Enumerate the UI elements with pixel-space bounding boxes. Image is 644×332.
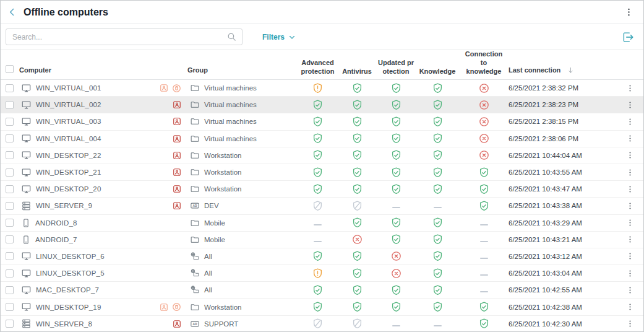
row-kebab-menu-button[interactable]	[625, 100, 635, 110]
row-kebab-menu-button[interactable]	[625, 234, 635, 245]
shield-ok-icon	[478, 167, 490, 178]
table-row[interactable]: LINUX_DESKTOP_6All6/25/2021 10:43:12 AM	[1, 248, 643, 265]
row-actions-cell	[598, 150, 643, 160]
computer-name[interactable]: WIN_VIRTUAL_001	[36, 84, 101, 92]
computer-name[interactable]: WIN_SERVER_8	[36, 320, 92, 328]
table-row[interactable]: WIN_VIRTUAL_003Virtual machines6/25/2021…	[1, 113, 643, 130]
computer-name[interactable]: WIN_VIRTUAL_004	[36, 135, 101, 142]
table-row[interactable]: WIN_SERVER_8ADSUPPORT6/25/2021 10:42:30 …	[1, 316, 643, 332]
desktop-computer-icon	[21, 116, 32, 127]
status-cell	[416, 301, 459, 313]
status-cell	[338, 116, 376, 128]
row-checkbox[interactable]	[6, 286, 14, 294]
table-row[interactable]: WIN_DESKTOP_21Workstation6/25/2021 10:43…	[1, 164, 643, 181]
row-checkbox[interactable]	[6, 303, 14, 311]
row-checkbox[interactable]	[6, 118, 14, 126]
row-checkbox[interactable]	[6, 185, 14, 193]
row-checkbox[interactable]	[6, 235, 14, 243]
column-header-connection_to_knowledge[interactable]: Connection to knowledge	[459, 50, 509, 80]
sort-descending-icon[interactable]	[567, 66, 575, 74]
computer-name[interactable]: WIN_DESKTOP_20	[36, 185, 101, 193]
row-kebab-menu-button[interactable]	[625, 116, 635, 127]
row-checkbox[interactable]	[6, 320, 14, 328]
table-row[interactable]: WIN_DESKTOP_22Workstation6/25/2021 10:44…	[1, 147, 643, 164]
table-row[interactable]: ANDROID_7Mobile6/25/2021 10:43:21 AM	[1, 232, 643, 248]
computer-name[interactable]: LINUX_DESKTOP_6	[36, 253, 105, 260]
row-kebab-menu-button[interactable]	[625, 201, 635, 211]
table-row[interactable]: LINUX_DESKTOP_5All6/25/2021 10:43:04 AM	[1, 265, 643, 282]
row-checkbox[interactable]	[6, 84, 14, 92]
row-checkbox[interactable]	[6, 134, 14, 142]
row-actions-cell	[598, 285, 643, 295]
row-kebab-menu-button[interactable]	[625, 167, 635, 178]
row-kebab-menu-button[interactable]	[625, 83, 635, 94]
search-box[interactable]	[6, 28, 243, 45]
computer-name[interactable]: LINUX_DESKTOP_5	[36, 269, 105, 277]
row-actions-cell	[598, 234, 643, 245]
column-header-last-connection[interactable]: Last connection	[509, 66, 598, 81]
row-kebab-menu-button[interactable]	[625, 318, 635, 329]
user-status-alert-icon	[173, 117, 181, 126]
row-checkbox[interactable]	[6, 101, 14, 109]
row-checkbox[interactable]	[6, 168, 14, 177]
select-all-checkbox[interactable]	[6, 65, 14, 73]
row-kebab-menu-button[interactable]	[625, 133, 635, 144]
folder-icon	[190, 151, 200, 160]
search-input[interactable]	[11, 32, 226, 42]
row-kebab-menu-button[interactable]	[625, 184, 635, 194]
row-checkbox[interactable]	[6, 252, 14, 260]
shield-ok-icon	[432, 284, 444, 296]
computer-name[interactable]: WIN_VIRTUAL_002	[36, 101, 101, 108]
computer-name[interactable]: WIN_DESKTOP_19	[36, 304, 101, 311]
column-header-updated_protection[interactable]: Updated protection	[376, 59, 416, 81]
table-row[interactable]: WIN_VIRTUAL_001Virtual machines6/25/2021…	[1, 80, 643, 97]
status-cell	[376, 167, 416, 178]
column-header-knowledge[interactable]: Knowledge	[416, 68, 459, 81]
computer-name[interactable]: ANDROID_8	[35, 219, 77, 227]
table-row[interactable]: WIN_VIRTUAL_004Virtual machines6/25/2021…	[1, 131, 643, 147]
group-cell: All	[187, 251, 298, 261]
row-checkbox[interactable]	[6, 219, 14, 227]
column-header-computer[interactable]: Computer	[19, 66, 187, 81]
group-cell: Mobile	[187, 218, 298, 228]
computer-name[interactable]: WIN_SERVER_9	[36, 202, 92, 209]
filters-button[interactable]: Filters	[259, 32, 299, 42]
computer-name[interactable]: WIN_DESKTOP_21	[36, 168, 101, 176]
back-button[interactable]	[6, 6, 19, 19]
computer-name[interactable]: MAC_DESKTOP_7	[36, 286, 99, 294]
column-header-group[interactable]: Group	[187, 66, 298, 81]
last-connection: 6/25/2021 10:42:55 AM	[509, 286, 598, 294]
page-kebab-menu-button[interactable]	[623, 6, 635, 18]
row-checkbox[interactable]	[6, 151, 14, 159]
column-header-antivirus[interactable]: Antivirus	[338, 68, 376, 81]
all-group-globe-folder-icon	[190, 268, 200, 278]
status-cell	[338, 200, 376, 212]
group-cell: Workstation	[187, 151, 298, 160]
row-kebab-menu-button[interactable]	[625, 217, 635, 228]
row-kebab-menu-button[interactable]	[625, 285, 635, 295]
row-kebab-menu-button[interactable]	[625, 150, 635, 160]
row-select-cell	[1, 101, 19, 109]
table-row[interactable]: WIN_DESKTOP_20Workstation6/25/2021 10:43…	[1, 181, 643, 198]
row-select-cell	[1, 185, 19, 193]
computer-name[interactable]: WIN_DESKTOP_22	[36, 152, 101, 159]
row-checkbox[interactable]	[6, 202, 14, 210]
export-button[interactable]	[620, 29, 636, 45]
folder-icon	[190, 184, 200, 194]
table-row[interactable]: WIN_DESKTOP_19Workstation6/25/2021 10:42…	[1, 299, 643, 315]
row-select-cell	[1, 252, 19, 260]
row-kebab-menu-button[interactable]	[625, 302, 635, 312]
shield-ok-icon	[312, 99, 324, 111]
column-header-advanced_protection[interactable]: Advanced protection	[298, 59, 338, 81]
shield-ok-icon	[432, 167, 444, 178]
table-row[interactable]: WIN_VIRTUAL_002Virtual machines6/25/2021…	[1, 97, 643, 113]
status-cell	[416, 234, 459, 245]
computer-name[interactable]: WIN_VIRTUAL_003	[36, 118, 101, 125]
row-kebab-menu-button[interactable]	[625, 251, 635, 261]
computer-name[interactable]: ANDROID_7	[35, 236, 77, 243]
row-checkbox[interactable]	[6, 269, 14, 277]
table-row[interactable]: WIN_SERVER_9ADDEV6/25/2021 10:43:38 AM	[1, 198, 643, 214]
table-row[interactable]: MAC_DESKTOP_7All6/25/2021 10:42:55 AM	[1, 282, 643, 299]
row-kebab-menu-button[interactable]	[625, 268, 635, 279]
table-row[interactable]: ANDROID_8Mobile6/25/2021 10:43:29 AM	[1, 215, 643, 232]
